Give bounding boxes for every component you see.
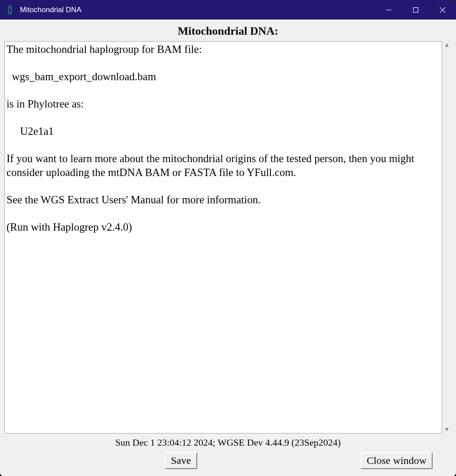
page-heading: Mitochondrial DNA: — [4, 23, 452, 41]
scroll-down-icon[interactable]: ▼ — [444, 427, 450, 433]
window-controls — [375, 0, 456, 20]
dna-helix-icon — [5, 5, 15, 15]
save-button[interactable]: Save — [165, 452, 197, 469]
button-row: Save Close window — [4, 450, 452, 472]
text-container: The mitochondrial haplogroup for BAM fil… — [4, 41, 452, 434]
titlebar[interactable]: Mitochondrial DNA — [0, 0, 456, 20]
titlebar-title: Mitochondrial DNA — [20, 6, 375, 14]
scrollbar[interactable]: ▲ ▼ — [442, 41, 452, 434]
maximize-button[interactable] — [402, 0, 429, 20]
app-window: Mitochondrial DNA Mitochondrial DNA: The… — [0, 0, 456, 476]
scroll-up-icon[interactable]: ▲ — [444, 42, 450, 48]
close-button[interactable]: Close window — [361, 452, 433, 469]
status-bar: Sun Dec 1 23:04:12 2024; WGSE Dev 4.44.9… — [4, 434, 452, 450]
minimize-button[interactable] — [375, 0, 402, 20]
content-area: Mitochondrial DNA: The mitochondrial hap… — [0, 20, 456, 476]
result-text[interactable]: The mitochondrial haplogroup for BAM fil… — [4, 41, 442, 434]
svg-rect-1 — [414, 7, 418, 12]
close-window-button[interactable] — [429, 0, 456, 20]
